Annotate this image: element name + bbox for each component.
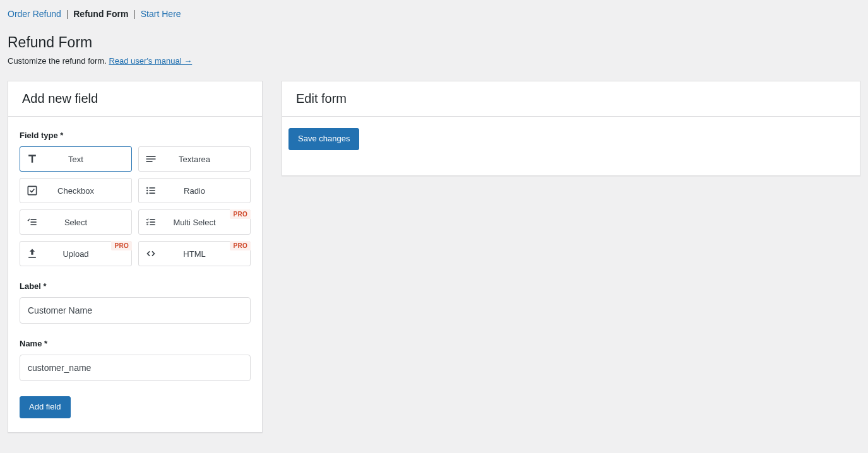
field-type-upload[interactable]: Upload PRO xyxy=(20,241,132,266)
field-type-label-text: Radio xyxy=(163,186,250,196)
field-type-textarea[interactable]: Textarea xyxy=(138,146,251,172)
add-field-panel: Add new field Field type * Text T xyxy=(8,81,263,433)
edit-form-panel: Edit form Save changes xyxy=(282,81,860,176)
field-type-label-text: Text xyxy=(44,155,131,164)
svg-rect-0 xyxy=(28,186,36,194)
html-icon xyxy=(139,247,163,260)
page-title: Refund Form xyxy=(8,34,860,51)
svg-rect-9 xyxy=(31,224,37,225)
breadcrumb: Order Refund | Refund Form | Start Here xyxy=(8,5,860,25)
svg-rect-7 xyxy=(31,219,37,220)
field-type-label-text: Select xyxy=(44,218,131,227)
upload-icon xyxy=(20,247,44,260)
multiselect-icon xyxy=(139,216,163,228)
svg-point-1 xyxy=(146,187,148,189)
edit-form-panel-title: Edit form xyxy=(282,81,860,117)
field-type-label-text: Checkbox xyxy=(44,186,131,196)
text-icon xyxy=(20,153,44,165)
field-type-text[interactable]: Text xyxy=(20,146,132,172)
select-icon xyxy=(20,216,44,228)
breadcrumb-link-start-here[interactable]: Start Here xyxy=(141,9,181,19)
breadcrumb-link-order-refund[interactable]: Order Refund xyxy=(8,9,61,19)
pro-badge: PRO xyxy=(111,241,132,250)
svg-rect-6 xyxy=(150,192,155,194)
svg-rect-2 xyxy=(150,187,155,189)
description-text: Customize the refund form. xyxy=(8,56,109,66)
label-field-label: Label * xyxy=(20,281,251,291)
field-type-grid: Text Textarea Checkbox xyxy=(20,146,251,266)
field-type-checkbox[interactable]: Checkbox xyxy=(20,178,132,203)
page-description: Customize the refund form. Read user's m… xyxy=(8,56,860,66)
svg-rect-10 xyxy=(150,219,155,220)
svg-rect-4 xyxy=(150,190,155,191)
checkbox-icon xyxy=(20,184,44,197)
add-field-panel-title: Add new field xyxy=(8,81,262,117)
radio-icon xyxy=(139,184,163,197)
field-type-label: Field type * xyxy=(20,131,251,140)
pro-badge: PRO xyxy=(230,241,251,250)
field-type-label-text: Textarea xyxy=(163,155,250,164)
breadcrumb-sep: | xyxy=(133,9,136,19)
save-changes-button[interactable]: Save changes xyxy=(288,128,359,150)
breadcrumb-current: Refund Form xyxy=(73,9,128,19)
field-type-select[interactable]: Select xyxy=(20,209,132,235)
svg-rect-12 xyxy=(150,224,155,225)
pro-badge: PRO xyxy=(230,209,251,219)
label-input[interactable] xyxy=(20,297,251,324)
name-input[interactable] xyxy=(20,355,251,381)
add-field-button[interactable]: Add field xyxy=(20,396,71,418)
svg-point-5 xyxy=(146,192,148,194)
name-field-label: Name * xyxy=(20,339,251,348)
textarea-icon xyxy=(139,153,163,165)
svg-point-3 xyxy=(146,190,148,192)
field-type-multiselect[interactable]: Multi Select PRO xyxy=(138,209,251,235)
breadcrumb-sep: | xyxy=(66,9,69,19)
field-type-radio[interactable]: Radio xyxy=(138,178,251,203)
svg-rect-8 xyxy=(31,221,37,223)
manual-link[interactable]: Read user's manual → xyxy=(109,56,192,66)
field-type-html[interactable]: HTML PRO xyxy=(138,241,251,266)
svg-rect-13 xyxy=(146,224,148,225)
svg-rect-11 xyxy=(150,221,155,223)
